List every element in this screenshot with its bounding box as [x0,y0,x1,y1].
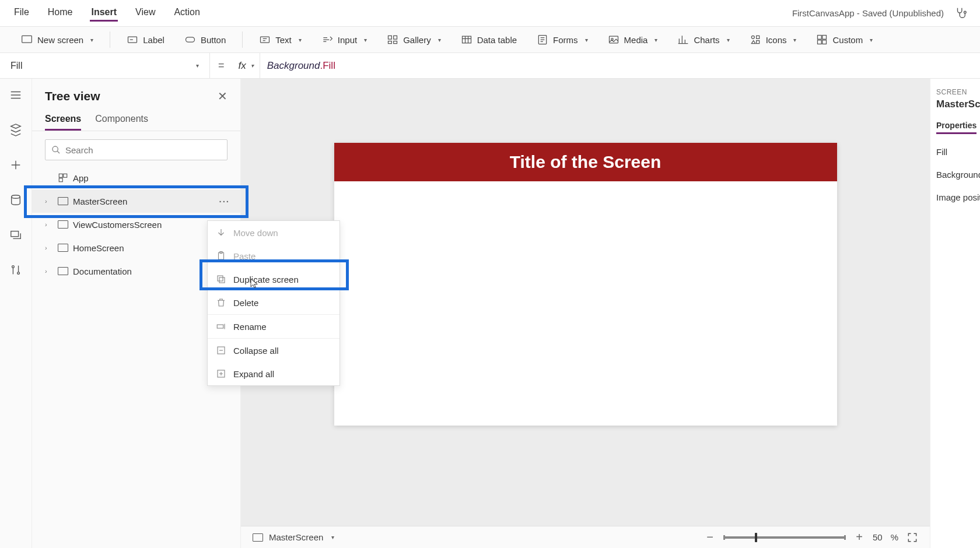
paste-icon [216,251,226,261]
insert-icon[interactable] [9,158,23,172]
zoom-slider[interactable] [723,536,846,539]
svg-point-0 [964,11,967,13]
app-title: FirstCanvasApp - Saved (Unpublished) [792,8,944,18]
tree-view-icon[interactable] [9,123,23,137]
more-options-button[interactable]: ··· [219,196,230,206]
zoom-in-button[interactable]: + [854,531,864,544]
arrow-down-icon [216,227,226,238]
screen-icon [58,197,68,205]
screen-title-bar[interactable]: Title of the Screen [334,143,837,181]
zoom-value: 50 [873,532,883,542]
status-screen-selector[interactable]: MasterScreen ▾ [253,532,334,542]
svg-point-23 [52,146,58,152]
svg-rect-29 [218,276,223,281]
app-icon [58,173,68,183]
svg-rect-8 [394,41,397,44]
svg-point-19 [12,195,20,199]
collapse-icon [216,345,226,356]
media-icon [608,34,620,45]
input-icon [321,34,333,45]
svg-point-22 [18,272,20,275]
label-button[interactable]: Label [123,34,168,45]
app-checker-icon[interactable] [954,6,967,19]
charts-button[interactable]: Charts▾ [674,34,733,45]
svg-rect-6 [394,36,397,39]
data-icon[interactable] [9,193,23,207]
svg-rect-5 [388,36,392,39]
svg-rect-25 [64,174,67,177]
text-icon [259,34,271,45]
fullscreen-icon[interactable] [907,532,918,543]
rename-icon [216,321,226,332]
table-icon [461,34,473,45]
text-button[interactable]: Text▾ [256,34,305,45]
prop-image-position[interactable]: Image position [936,192,980,202]
forms-icon [537,34,548,45]
svg-rect-24 [59,174,62,177]
input-button[interactable]: Input▾ [318,34,370,45]
tree-view-title: Tree view [45,89,100,103]
tab-components[interactable]: Components [95,114,148,131]
custom-icon [816,34,828,45]
ctx-paste[interactable]: Paste [208,244,340,268]
ctx-duplicate-screen[interactable]: Duplicate screen [208,268,340,291]
svg-point-13 [751,36,754,38]
gallery-icon [387,34,398,45]
label-icon [127,34,138,45]
advanced-tools-icon[interactable] [9,263,23,277]
properties-tab[interactable]: Properties [936,121,977,134]
new-screen-button[interactable]: New screen▾ [18,34,97,45]
menu-view[interactable]: View [134,5,156,22]
screen-icon [21,34,33,45]
svg-rect-31 [217,325,223,328]
menu-file[interactable]: File [13,5,30,22]
menu-insert[interactable]: Insert [90,5,118,22]
menu-action[interactable]: Action [173,5,201,22]
equals-sign: = [210,59,233,72]
svg-rect-20 [11,231,19,237]
screen-preview[interactable]: Title of the Screen [334,143,837,426]
forms-button[interactable]: Forms▾ [533,34,592,45]
ctx-collapse-all[interactable]: Collapse all [208,339,340,362]
tree-node-masterscreen[interactable]: › MasterScreen ··· [32,189,240,213]
svg-rect-16 [822,36,827,40]
delete-icon [216,297,226,308]
svg-rect-26 [59,178,62,182]
button-button[interactable]: Button [181,34,229,45]
duplicate-icon [216,274,226,284]
zoom-percent: % [891,532,898,542]
media-rail-icon[interactable] [9,228,23,242]
ctx-move-down[interactable]: Move down [208,221,340,244]
custom-button[interactable]: Custom▾ [813,34,876,45]
svg-rect-7 [388,41,392,44]
search-input[interactable] [45,139,228,160]
search-icon [51,145,61,154]
icons-icon [750,34,761,45]
formula-input[interactable]: Background.Fill [260,59,335,72]
menu-home[interactable]: Home [47,5,74,22]
gallery-button[interactable]: Gallery▾ [383,34,444,45]
ctx-delete[interactable]: Delete [208,291,340,314]
svg-rect-14 [756,36,759,38]
top-menu-bar: File Home Insert View Action FirstCanvas… [0,0,980,26]
property-selector[interactable]: Fill▾ [0,53,210,78]
formula-bar: Fill▾ = fx▾ Background.Fill [0,53,980,79]
hamburger-icon[interactable] [9,88,23,102]
prop-background-image[interactable]: Background image [936,170,980,180]
data-table-button[interactable]: Data table [457,34,520,45]
close-icon[interactable]: ✕ [218,89,228,103]
svg-rect-4 [261,37,270,43]
svg-rect-9 [462,36,471,43]
properties-type-label: SCREEN [936,88,980,96]
tab-screens[interactable]: Screens [45,114,81,131]
zoom-out-button[interactable]: − [705,531,715,544]
icons-button[interactable]: Icons▾ [746,34,800,45]
media-button[interactable]: Media▾ [604,34,662,45]
ctx-expand-all[interactable]: Expand all [208,362,340,385]
context-menu: Move down Paste Duplicate screen Delete … [207,220,340,386]
tree-node-app[interactable]: App [32,166,240,189]
fx-button[interactable]: fx▾ [233,53,260,78]
prop-fill[interactable]: Fill [936,147,980,157]
left-rail [0,79,32,548]
ctx-rename[interactable]: Rename [208,315,340,338]
